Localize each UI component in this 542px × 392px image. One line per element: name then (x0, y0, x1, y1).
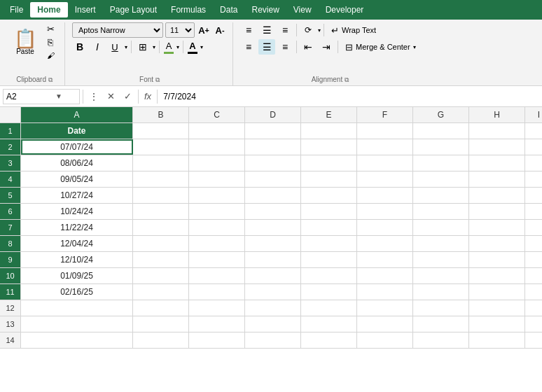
copy-button[interactable]: ⎘ (42, 36, 59, 48)
col-header-A[interactable]: A (21, 107, 133, 122)
row-number-3[interactable]: 3 (0, 155, 21, 171)
cell-G2[interactable] (413, 139, 469, 155)
align-left-button[interactable]: ≡ (240, 39, 257, 55)
cell-F11[interactable] (357, 284, 413, 300)
row-number-1[interactable]: 1 (0, 123, 21, 139)
cell-B12[interactable] (133, 300, 189, 316)
cell-A7[interactable]: 11/22/24 (21, 220, 133, 235)
cell-D12[interactable] (245, 300, 301, 316)
cell-H3[interactable] (469, 155, 525, 171)
menu-item-developer[interactable]: Developer (319, 2, 371, 18)
cell-D2[interactable] (245, 139, 301, 155)
cell-H6[interactable] (469, 204, 525, 219)
cut-button[interactable]: ✂ (42, 22, 59, 35)
col-header-H[interactable]: H (469, 107, 525, 122)
cell-ref-input[interactable] (6, 92, 55, 102)
cell-E7[interactable] (301, 220, 357, 235)
cell-F8[interactable] (357, 236, 413, 251)
cell-B5[interactable] (133, 188, 189, 203)
cell-A2[interactable]: 07/07/24 (21, 139, 133, 155)
cell-C14[interactable] (189, 332, 245, 348)
cell-I2[interactable] (525, 139, 542, 155)
row-number-10[interactable]: 10 (0, 268, 21, 284)
cell-G1[interactable] (413, 123, 469, 139)
cell-B14[interactable] (133, 332, 189, 348)
font-size-select[interactable]: 11 (165, 22, 195, 38)
cell-C4[interactable] (189, 172, 245, 187)
cell-E10[interactable] (301, 268, 357, 284)
cell-F7[interactable] (357, 220, 413, 235)
cell-A13[interactable] (21, 316, 133, 332)
borders-dropdown[interactable]: ▾ (153, 44, 155, 50)
cell-H2[interactable] (469, 139, 525, 155)
cell-F9[interactable] (357, 252, 413, 267)
cell-B9[interactable] (133, 252, 189, 267)
cell-B6[interactable] (133, 204, 189, 219)
cell-D1[interactable] (245, 123, 301, 139)
cell-C8[interactable] (189, 236, 245, 251)
cell-B4[interactable] (133, 172, 189, 187)
cell-F12[interactable] (357, 300, 413, 316)
row-number-12[interactable]: 12 (0, 300, 21, 316)
row-number-13[interactable]: 13 (0, 316, 21, 332)
cell-H13[interactable] (469, 316, 525, 332)
cell-B11[interactable] (133, 284, 189, 300)
row-number-4[interactable]: 4 (0, 172, 21, 187)
paste-button[interactable]: 📋 Paste (10, 28, 41, 57)
col-header-G[interactable]: G (413, 107, 469, 122)
cell-A8[interactable]: 12/04/24 (21, 236, 133, 251)
cell-A6[interactable]: 10/24/24 (21, 204, 133, 219)
cell-G12[interactable] (413, 300, 469, 316)
cell-H11[interactable] (469, 284, 525, 300)
cell-F10[interactable] (357, 268, 413, 284)
cell-C10[interactable] (189, 268, 245, 284)
cell-F3[interactable] (357, 155, 413, 171)
cell-H12[interactable] (469, 300, 525, 316)
cell-F14[interactable] (357, 332, 413, 348)
italic-button[interactable]: I (90, 39, 105, 55)
cell-E9[interactable] (301, 252, 357, 267)
cell-A9[interactable]: 12/10/24 (21, 252, 133, 267)
cell-F2[interactable] (357, 139, 413, 155)
cell-E14[interactable] (301, 332, 357, 348)
cell-E11[interactable] (301, 284, 357, 300)
cell-H7[interactable] (469, 220, 525, 235)
cell-B1[interactable] (133, 123, 189, 139)
fx-label[interactable]: fx (141, 91, 154, 102)
cell-B7[interactable] (133, 220, 189, 235)
merge-center-dropdown[interactable]: ▾ (413, 44, 416, 50)
cell-A10[interactable]: 01/09/25 (21, 268, 133, 284)
menu-item-review[interactable]: Review (244, 2, 286, 18)
cell-F5[interactable] (357, 188, 413, 203)
cell-C3[interactable] (189, 155, 245, 171)
decrease-font-size-button[interactable]: A- (213, 23, 227, 37)
cell-G6[interactable] (413, 204, 469, 219)
cell-B2[interactable] (133, 139, 189, 155)
cell-G9[interactable] (413, 252, 469, 267)
cell-D7[interactable] (245, 220, 301, 235)
cell-E5[interactable] (301, 188, 357, 203)
cell-H8[interactable] (469, 236, 525, 251)
row-number-11[interactable]: 11 (0, 284, 21, 300)
cell-E3[interactable] (301, 155, 357, 171)
cell-D11[interactable] (245, 284, 301, 300)
cell-C13[interactable] (189, 316, 245, 332)
cell-E6[interactable] (301, 204, 357, 219)
cell-F6[interactable] (357, 204, 413, 219)
align-center-button[interactable]: ☰ (258, 39, 275, 55)
cell-A14[interactable] (21, 332, 133, 348)
merge-center-button[interactable]: ⊟ Merge & Center ▾ (341, 41, 420, 54)
cell-I10[interactable] (525, 268, 542, 284)
cell-G5[interactable] (413, 188, 469, 203)
cell-E13[interactable] (301, 316, 357, 332)
cell-H5[interactable] (469, 188, 525, 203)
cell-H9[interactable] (469, 252, 525, 267)
cell-G4[interactable] (413, 172, 469, 187)
cell-B10[interactable] (133, 268, 189, 284)
formula-input[interactable] (160, 92, 539, 102)
cell-H4[interactable] (469, 172, 525, 187)
cell-C5[interactable] (189, 188, 245, 203)
increase-font-size-button[interactable]: A+ (197, 23, 211, 37)
cell-I4[interactable] (525, 172, 542, 187)
confirm-formula-button[interactable]: ✓ (120, 89, 135, 104)
